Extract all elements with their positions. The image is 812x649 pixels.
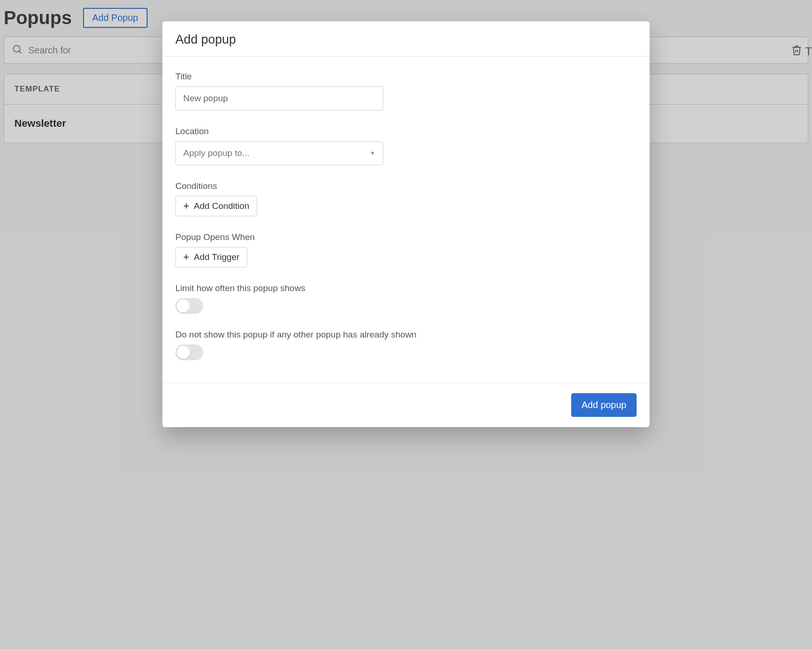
title-input[interactable]: [175, 86, 383, 110]
add-trigger-label: Add Trigger: [194, 252, 239, 262]
modal-footer: Add popup: [162, 383, 650, 427]
field-limit: Limit how often this popup shows: [175, 283, 637, 314]
location-select[interactable]: Apply popup to... ▼: [175, 141, 383, 165]
modal-header: Add popup: [162, 21, 650, 57]
modal-title: Add popup: [175, 32, 637, 47]
modal-body: Title Location Apply popup to... ▼ Condi…: [162, 57, 650, 383]
limit-toggle[interactable]: [175, 298, 203, 314]
title-label: Title: [175, 71, 637, 82]
conditions-label: Conditions: [175, 181, 637, 191]
noshow-toggle[interactable]: [175, 344, 203, 360]
location-placeholder: Apply popup to...: [183, 148, 250, 158]
plus-icon: +: [183, 201, 189, 211]
field-location: Location Apply popup to... ▼: [175, 126, 637, 165]
toggle-knob: [177, 299, 190, 312]
add-condition-label: Add Condition: [194, 201, 249, 211]
field-title: Title: [175, 71, 637, 110]
plus-icon: +: [183, 252, 189, 262]
location-label: Location: [175, 126, 637, 136]
toggle-knob: [177, 346, 190, 359]
submit-add-popup-button[interactable]: Add popup: [571, 393, 637, 417]
limit-label: Limit how often this popup shows: [175, 283, 637, 293]
add-condition-button[interactable]: + Add Condition: [175, 196, 257, 216]
field-noshow: Do not show this popup if any other popu…: [175, 330, 637, 360]
chevron-down-icon: ▼: [370, 150, 375, 156]
noshow-label: Do not show this popup if any other popu…: [175, 330, 637, 340]
add-trigger-button[interactable]: + Add Trigger: [175, 247, 247, 267]
modal-overlay: Add popup Title Location Apply popup to.…: [0, 0, 812, 649]
add-popup-modal: Add popup Title Location Apply popup to.…: [162, 21, 650, 427]
popup-opens-label: Popup Opens When: [175, 232, 637, 242]
field-conditions: Conditions + Add Condition: [175, 181, 637, 216]
field-popup-opens: Popup Opens When + Add Trigger: [175, 232, 637, 267]
